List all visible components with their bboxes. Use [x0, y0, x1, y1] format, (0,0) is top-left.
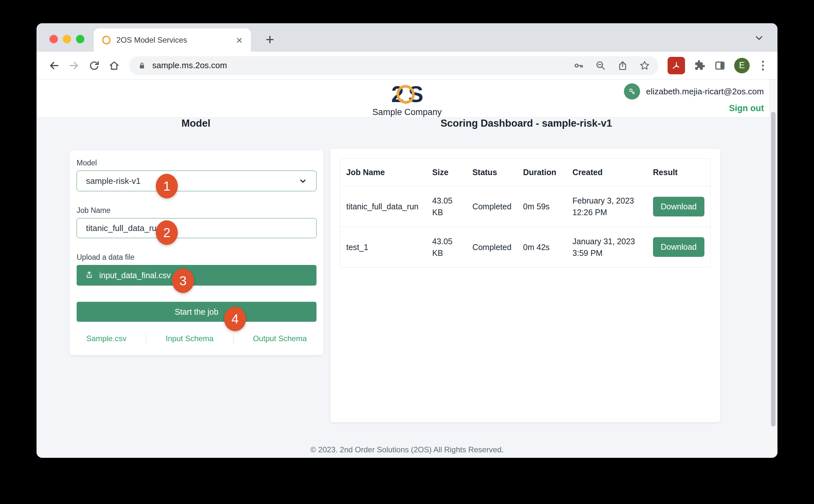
cell-duration: 0m 59s: [517, 186, 567, 227]
model-form-card: Model sample-risk-v1 Job Name titanic_fu…: [69, 150, 323, 355]
lock-icon[interactable]: [137, 61, 146, 70]
active-tab[interactable]: 2OS Model Services ×: [94, 28, 251, 52]
omnibox-actions: [573, 60, 650, 71]
account-area: elizabeth.mejia-ricart@2os.com Sign out: [624, 83, 764, 113]
company-name: Sample Company: [372, 107, 442, 117]
search-tabs-chevron-icon[interactable]: [754, 32, 765, 43]
tab-close-icon[interactable]: ×: [236, 35, 242, 46]
link-divider: [146, 333, 146, 344]
screenshot-stage: 2OS Model Services × +: [0, 0, 814, 504]
start-job-button[interactable]: Start the job: [77, 302, 316, 322]
browser-menu-kebab-icon[interactable]: [757, 61, 768, 70]
job-name-value: titanic_full_data_run2: [86, 223, 166, 233]
home-icon[interactable]: [106, 57, 122, 74]
tab-strip: 2OS Model Services × +: [37, 23, 777, 52]
jobs-table: Job Name Size Status Duration Created Re…: [340, 158, 711, 268]
tab-favicon-icon: [101, 35, 111, 46]
cell-status: Completed: [467, 186, 517, 227]
page-scrollbar-thumb[interactable]: [771, 112, 776, 426]
table-row: titanic_full_data_run 43.05 KB Completed…: [340, 186, 711, 227]
table-header-row: Job Name Size Status Duration Created Re…: [340, 159, 711, 186]
pdf-extension-icon[interactable]: [668, 57, 685, 74]
dashboard-section-title: Scoring Dashboard - sample-risk-v1: [441, 118, 612, 129]
extensions-puzzle-icon[interactable]: [693, 59, 706, 72]
input-schema-link[interactable]: Input Schema: [166, 334, 214, 343]
sample-csv-link[interactable]: Sample.csv: [86, 334, 126, 343]
link-divider: [233, 333, 233, 344]
upload-file-button[interactable]: input_data_final.csv: [77, 265, 316, 286]
site-header: 2 S Sample Company elizabeth.mejia-ricar…: [37, 79, 777, 117]
cell-job-name: titanic_full_data_run: [340, 186, 427, 227]
browser-window: 2OS Model Services × +: [37, 23, 777, 458]
cell-job-name: test_1: [340, 227, 427, 268]
reload-icon[interactable]: [86, 57, 102, 74]
job-name-input[interactable]: titanic_full_data_run2: [77, 218, 316, 238]
extension-area: E: [668, 57, 768, 74]
side-panel-icon[interactable]: [714, 59, 726, 72]
url-text[interactable]: sample.ms.2os.com: [152, 60, 567, 70]
page-scrollbar-track[interactable]: [769, 79, 777, 457]
back-icon[interactable]: [46, 57, 62, 74]
annotation-badge-1: 1: [156, 174, 178, 198]
footer-copyright: © 2023. 2nd Order Solutions (2OS) All Ri…: [37, 445, 777, 454]
output-schema-link[interactable]: Output Schema: [253, 334, 307, 343]
model-section-title: Model: [181, 118, 210, 129]
new-tab-button[interactable]: +: [261, 30, 279, 48]
col-size: Size: [427, 159, 467, 186]
model-select-value: sample-risk-v1: [86, 176, 141, 186]
chevron-down-icon: [299, 177, 307, 185]
tab-title: 2OS Model Services: [116, 36, 230, 45]
zoom-window-button[interactable]: [76, 35, 84, 43]
table-row: test_1 43.05 KB Completed 0m 42s January…: [340, 227, 711, 268]
model-select[interactable]: sample-risk-v1: [77, 171, 316, 191]
annotation-badge-2: 2: [156, 220, 178, 245]
password-key-icon[interactable]: [573, 60, 584, 71]
sign-out-link[interactable]: Sign out: [729, 103, 764, 113]
minimize-window-button[interactable]: [63, 35, 71, 43]
cell-duration: 0m 42s: [517, 227, 567, 268]
browser-profile-avatar[interactable]: E: [734, 58, 750, 73]
panel-links: Sample.csv Input Schema Output Schema: [77, 333, 316, 344]
bookmark-star-icon[interactable]: [639, 60, 650, 71]
web-page: 2 S Sample Company elizabeth.mejia-ricar…: [37, 79, 777, 457]
share-icon[interactable]: [617, 60, 628, 71]
forward-icon[interactable]: [66, 57, 82, 74]
col-duration: Duration: [517, 159, 567, 186]
close-window-button[interactable]: [49, 35, 58, 43]
account-key-avatar-icon: [624, 83, 640, 100]
user-email: elizabeth.mejia-ricart@2os.com: [646, 87, 764, 97]
annotation-badge-3: 3: [172, 268, 194, 293]
col-created: Created: [567, 159, 647, 186]
download-button[interactable]: Download: [653, 237, 704, 257]
traffic-lights: [49, 35, 84, 43]
download-button[interactable]: Download: [653, 197, 704, 216]
job-name-label: Job Name: [77, 206, 316, 215]
address-bar[interactable]: sample.ms.2os.com: [129, 56, 659, 75]
cell-created: January 31, 2023 3:59 PM: [567, 227, 647, 268]
col-job-name: Job Name: [340, 159, 427, 186]
upload-file-name: input_data_final.csv: [99, 271, 171, 280]
cell-size: 43.05 KB: [427, 227, 467, 268]
upload-label: Upload a data file: [77, 253, 316, 262]
browser-toolbar: sample.ms.2os.com: [37, 52, 777, 79]
col-result: Result: [647, 159, 711, 186]
cell-size: 43.05 KB: [427, 186, 467, 227]
upload-icon: [84, 270, 94, 280]
scoring-dashboard-card: Job Name Size Status Duration Created Re…: [330, 149, 720, 422]
cell-created: February 3, 2023 12:26 PM: [567, 186, 647, 227]
site-logo: 2 S Sample Company: [372, 81, 442, 117]
zoom-out-icon[interactable]: [595, 60, 606, 71]
col-status: Status: [467, 159, 517, 186]
cell-status: Completed: [467, 227, 517, 268]
annotation-badge-4: 4: [224, 307, 246, 331]
model-select-label: Model: [77, 159, 316, 167]
